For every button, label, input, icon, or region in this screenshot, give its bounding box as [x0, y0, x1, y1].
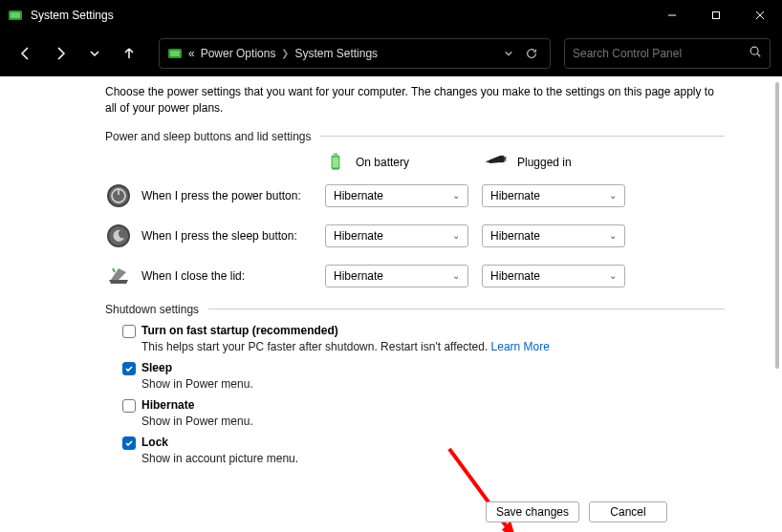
- shutdown-item-fast-startup: Turn on fast startup (recommended) This …: [122, 324, 725, 353]
- svg-rect-1: [11, 12, 20, 18]
- laptop-lid-icon: [105, 263, 132, 289]
- select-lid-plugged[interactable]: Hibernate⌄: [482, 265, 625, 287]
- navigation-bar: « Power Options ❯ System Settings: [0, 31, 782, 76]
- forward-button[interactable]: [46, 39, 75, 68]
- breadcrumb-prefix: «: [188, 47, 195, 60]
- select-sleep-battery[interactable]: Hibernate⌄: [325, 224, 468, 247]
- svg-rect-3: [713, 12, 720, 19]
- select-power-plugged[interactable]: Hibernate⌄: [482, 184, 625, 207]
- minimize-button[interactable]: [650, 0, 694, 31]
- label-hibernate: Hibernate: [141, 398, 194, 412]
- sub-hibernate: Show in Power menu.: [141, 415, 725, 428]
- scrollbar[interactable]: [774, 76, 780, 532]
- chevron-right-icon: ❯: [281, 48, 289, 58]
- row-close-lid: When I close the lid: Hibernate⌄ Hiberna…: [105, 263, 725, 289]
- chevron-down-icon: ⌄: [452, 230, 460, 241]
- close-button[interactable]: [738, 0, 782, 31]
- save-button[interactable]: Save changes: [486, 501, 579, 522]
- content-area: Choose the power settings that you want …: [0, 76, 782, 532]
- footer-buttons: Save changes Cancel: [486, 501, 667, 522]
- checkbox-fast-startup[interactable]: [122, 325, 136, 338]
- row-sleep-label: When I press the sleep button:: [141, 229, 297, 243]
- label-lock: Lock: [141, 436, 168, 449]
- sleep-button-icon: [105, 223, 132, 249]
- svg-rect-13: [504, 157, 507, 158]
- location-dropdown[interactable]: [500, 39, 517, 68]
- search-icon: [749, 45, 762, 61]
- refresh-button[interactable]: [521, 39, 542, 68]
- svg-rect-14: [504, 160, 507, 160]
- svg-rect-7: [170, 51, 180, 56]
- row-power-label: When I press the power button:: [141, 189, 301, 202]
- titlebar: System Settings: [0, 0, 782, 31]
- shutdown-item-hibernate: Hibernate Show in Power menu.: [122, 398, 725, 428]
- chevron-down-icon: ⌄: [609, 230, 617, 241]
- intro-text: Choose the power settings that you want …: [105, 84, 725, 117]
- learn-more-link[interactable]: Learn More: [491, 340, 550, 353]
- chevron-down-icon: ⌄: [452, 270, 460, 281]
- svg-line-9: [757, 53, 760, 56]
- chevron-down-icon: ⌄: [609, 270, 617, 281]
- chevron-down-icon: ⌄: [452, 190, 460, 201]
- svg-rect-11: [334, 153, 337, 156]
- column-header-battery: On battery: [325, 151, 483, 175]
- section-label-text: Power and sleep buttons and lid settings: [105, 130, 311, 143]
- checkbox-sleep[interactable]: [122, 362, 136, 375]
- app-icon: [8, 8, 23, 23]
- checkbox-lock[interactable]: [122, 436, 136, 450]
- power-button-icon: [105, 182, 132, 209]
- section-shutdown-label: Shutdown settings: [105, 303, 199, 316]
- plug-icon: [483, 153, 508, 173]
- back-button[interactable]: [11, 39, 40, 68]
- up-button[interactable]: [115, 39, 143, 68]
- section-buttons-lid: Power and sleep buttons and lid settings: [105, 130, 725, 143]
- search-input[interactable]: [573, 47, 749, 60]
- shutdown-item-lock: Lock Show in account picture menu.: [122, 436, 725, 465]
- label-fast-startup: Turn on fast startup (recommended): [141, 324, 338, 337]
- location-icon: [167, 46, 183, 61]
- svg-point-8: [750, 47, 758, 54]
- shutdown-item-sleep: Sleep Show in Power menu.: [122, 361, 725, 391]
- breadcrumb-power-options[interactable]: Power Options: [201, 47, 276, 60]
- sub-lock: Show in account picture menu.: [141, 452, 725, 465]
- section-shutdown: Shutdown settings: [105, 303, 725, 316]
- breadcrumb-system-settings[interactable]: System Settings: [294, 47, 378, 60]
- sub-fast-startup: This helps start your PC faster after sh…: [141, 340, 488, 353]
- column-header-plugged: Plugged in: [483, 153, 641, 173]
- label-sleep: Sleep: [141, 361, 172, 374]
- maximize-button[interactable]: [694, 0, 738, 31]
- chevron-down-icon: ⌄: [609, 190, 617, 201]
- checkbox-hibernate[interactable]: [122, 399, 136, 413]
- row-lid-label: When I close the lid:: [141, 269, 245, 283]
- location-bar[interactable]: « Power Options ❯ System Settings: [159, 38, 551, 69]
- cancel-button[interactable]: Cancel: [589, 501, 667, 522]
- sub-sleep: Show in Power menu.: [141, 377, 725, 391]
- svg-rect-12: [333, 157, 339, 167]
- recent-dropdown[interactable]: [80, 39, 109, 68]
- battery-icon: [325, 151, 346, 175]
- select-lid-battery[interactable]: Hibernate⌄: [325, 265, 468, 287]
- row-power-button: When I press the power button: Hibernate…: [105, 182, 725, 209]
- search-bar[interactable]: [564, 38, 771, 69]
- window-title: System Settings: [31, 9, 114, 22]
- select-sleep-plugged[interactable]: Hibernate⌄: [482, 224, 625, 247]
- select-power-battery[interactable]: Hibernate⌄: [325, 184, 468, 207]
- row-sleep-button: When I press the sleep button: Hibernate…: [105, 223, 725, 249]
